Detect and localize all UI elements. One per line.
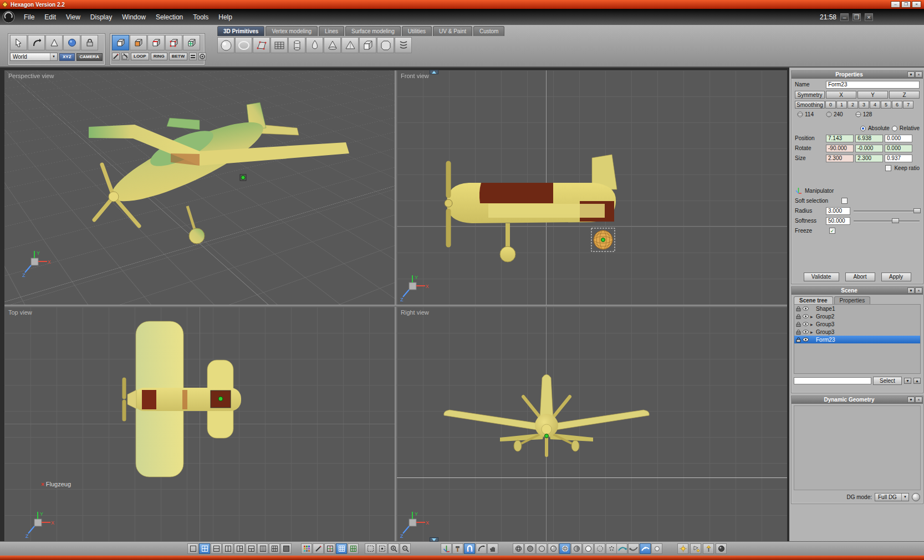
scene-up-button[interactable]: ▲ xyxy=(913,378,921,384)
freeze-checkbox[interactable]: ✓ xyxy=(829,228,835,234)
primitive-cone-icon[interactable] xyxy=(324,37,341,53)
loop-button[interactable]: LOOP xyxy=(131,53,149,60)
expander-icon[interactable]: ▶ xyxy=(810,330,814,334)
orbit-swoosh2-icon[interactable] xyxy=(628,543,639,554)
primitive-pyramid-icon[interactable] xyxy=(341,37,359,53)
airplane-model-front[interactable] xyxy=(397,70,787,305)
eye-icon[interactable] xyxy=(803,306,809,311)
spotlight-icon[interactable] xyxy=(690,543,701,554)
primitive-circle-icon[interactable] xyxy=(235,37,252,53)
sun-light-icon[interactable] xyxy=(677,543,688,554)
shading-wireframe-icon[interactable] xyxy=(513,543,524,554)
select-cursor-tool[interactable] xyxy=(10,35,27,50)
lock-tool[interactable] xyxy=(81,35,98,50)
lock-icon[interactable] xyxy=(796,314,801,319)
lock-icon[interactable] xyxy=(796,337,801,342)
tab-surface-modeling[interactable]: Surface modeling xyxy=(345,26,401,36)
expander-icon[interactable]: ▶ xyxy=(810,315,814,318)
dynamic-geometry-menu-button[interactable]: ▼ xyxy=(907,397,915,403)
layout-one-two-icon[interactable] xyxy=(234,543,245,554)
symmetry-y-button[interactable]: Y xyxy=(857,91,888,99)
layout-quad-icon[interactable] xyxy=(199,543,210,554)
relative-radio[interactable] xyxy=(892,126,897,131)
ring-button[interactable]: RING xyxy=(151,53,167,60)
top-viewport[interactable]: Top view × Flugzeug Y X Z xyxy=(4,307,395,541)
symmetry-z-button[interactable]: Z xyxy=(889,91,920,99)
rotate-x-input[interactable] xyxy=(826,145,854,152)
perspective-viewport[interactable]: Perspective view Y X Z xyxy=(4,70,395,305)
camera-button[interactable]: CAMERA xyxy=(76,53,103,61)
right-viewport[interactable]: Right view Y X Z xyxy=(397,307,787,541)
radius-input[interactable] xyxy=(826,207,850,215)
menu-tools[interactable]: Tools xyxy=(188,11,213,24)
window-maximize-button[interactable]: ❒ xyxy=(901,1,911,8)
eye-icon[interactable] xyxy=(803,314,809,318)
working-space-select[interactable]: World ▼ xyxy=(10,53,58,61)
properties-close-button[interactable]: × xyxy=(915,71,922,78)
shading-points-icon[interactable] xyxy=(606,543,617,554)
app-maximize-button[interactable]: ❒ xyxy=(852,13,861,21)
soft-selection-checkbox[interactable] xyxy=(841,198,848,204)
primitive-grid-icon[interactable] xyxy=(270,37,288,53)
scene-filter-input[interactable] xyxy=(794,377,871,384)
softness-input[interactable] xyxy=(826,217,850,225)
radius-slider[interactable] xyxy=(854,208,920,213)
tab-vertex-modeling[interactable]: Vertex modeling xyxy=(266,26,318,36)
airplane-model-perspective[interactable] xyxy=(4,70,395,305)
layout-two-rows-icon[interactable] xyxy=(211,543,222,554)
primitive-facet-icon[interactable] xyxy=(253,37,270,53)
app-minimize-button[interactable]: – xyxy=(840,13,849,21)
size-y-input[interactable] xyxy=(855,155,883,162)
dg-mode-select[interactable]: Full DG ▼ xyxy=(875,493,909,501)
shading-flat-dark-icon[interactable] xyxy=(524,543,535,554)
smoothing-level-0[interactable]: 0 xyxy=(825,101,836,109)
primitive-cylinder-icon[interactable] xyxy=(288,37,305,53)
primitive-volume-icon[interactable] xyxy=(306,37,323,53)
rotate-fan-icon[interactable] xyxy=(476,543,487,554)
shading-smooth-wire-icon[interactable] xyxy=(559,543,570,554)
shading-ghost-icon[interactable] xyxy=(594,543,605,554)
blue-grid-icon[interactable] xyxy=(336,543,347,554)
absolute-radio[interactable] xyxy=(860,126,866,131)
menu-edit[interactable]: Edit xyxy=(39,11,61,24)
front-viewport[interactable]: Front view Y X Z xyxy=(397,70,787,305)
rotate-z-input[interactable] xyxy=(885,145,912,152)
smoothing-level-2[interactable]: 2 xyxy=(848,101,858,109)
keep-ratio-checkbox[interactable] xyxy=(885,165,891,171)
select-edge-mode[interactable] xyxy=(147,35,165,50)
smoothing-level-5[interactable]: 5 xyxy=(881,101,891,109)
validate-button[interactable]: Validate xyxy=(804,273,839,281)
smoothing-level-7[interactable]: 7 xyxy=(903,101,913,109)
orbit-swoosh3-icon[interactable] xyxy=(640,543,651,554)
airplane-model-right[interactable] xyxy=(397,307,787,541)
menu-file[interactable]: File xyxy=(19,11,39,24)
shading-textured-icon[interactable] xyxy=(571,543,582,554)
dg-preview-sphere-button[interactable] xyxy=(912,493,920,501)
scene-tree-item-group3b[interactable]: ▶ Group3 xyxy=(794,328,920,336)
scene-close-button[interactable]: × xyxy=(915,287,922,294)
abort-button[interactable]: Abort xyxy=(845,273,875,281)
scene-tree-tab[interactable]: Scene tree xyxy=(794,296,833,304)
tab-utilities[interactable]: Utilities xyxy=(402,26,432,36)
color-grid-icon[interactable] xyxy=(324,543,335,554)
scene-tree-item-group3a[interactable]: ▶ Group3 xyxy=(794,320,920,328)
scene-tree-item-group2[interactable]: ▶ Group2 xyxy=(794,312,920,320)
hammer-icon[interactable] xyxy=(452,543,463,554)
primitive-helix-icon[interactable] xyxy=(395,37,412,53)
primitive-sphere-icon[interactable] xyxy=(217,37,234,53)
axes-icon[interactable] xyxy=(441,543,452,554)
size-x-input[interactable] xyxy=(826,155,854,162)
marquee-icon[interactable] xyxy=(365,543,376,554)
scene-tree-item-form23[interactable]: Form23 xyxy=(794,336,920,343)
target-dot-icon[interactable] xyxy=(376,543,387,554)
menu-window[interactable]: Window xyxy=(117,11,151,24)
scene-tree[interactable]: Shape1 ▶ Group2 ▶ Group3 ▶ Group3 xyxy=(794,304,921,374)
green-grid-icon[interactable] xyxy=(348,543,359,554)
select-point-mode[interactable] xyxy=(165,35,182,50)
tab-uv-paint[interactable]: UV & Paint xyxy=(433,26,472,36)
pen-icon[interactable] xyxy=(313,543,324,554)
eye-icon[interactable] xyxy=(803,322,809,326)
sphere-manipulator-tool[interactable] xyxy=(63,35,80,50)
menu-selection[interactable]: Selection xyxy=(151,11,188,24)
primitive-chamfer-box-icon[interactable] xyxy=(377,37,394,53)
